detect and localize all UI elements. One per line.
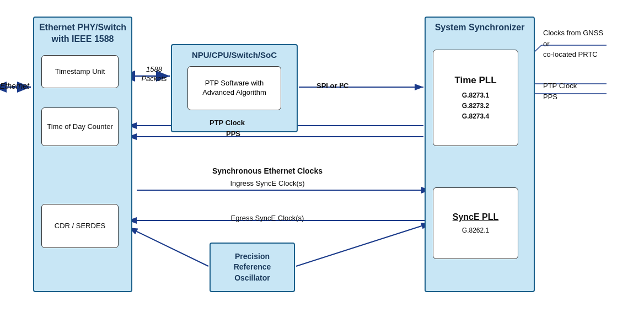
- packets-label: 1588 Packets: [139, 65, 169, 84]
- cdr-box: CDR / SERDES: [41, 204, 119, 248]
- time-pll-box: Time PLL G.8273.1G.8273.2G.8273.4: [433, 50, 518, 146]
- pps-right-label: PPS: [543, 93, 557, 101]
- sync-header: System Synchronizer: [426, 18, 534, 37]
- egress-label: Egress SyncE Clock(s): [168, 214, 367, 222]
- phy-header: Ethernet PHY/Switch with IEEE 1588: [34, 18, 131, 49]
- pro-box: PrecisionReferenceOscillator: [210, 243, 295, 292]
- svg-line-15: [296, 223, 430, 266]
- time-pll-title: Time PLL: [454, 74, 496, 87]
- synce-pll-title: SyncE PLL: [453, 211, 499, 223]
- synce-pll-standard: G.8262.1: [462, 226, 489, 235]
- npu-header: NPU/CPU/Switch/SoC: [172, 45, 297, 64]
- pps-arrow-label: PPS: [226, 130, 240, 138]
- time-pll-standards: G.8273.1G.8273.2G.8273.4: [462, 90, 489, 122]
- ptpclock-right-label: PTP Clock: [543, 82, 577, 90]
- synce-pll-box: SyncE PLL G.8262.1: [433, 187, 518, 259]
- ethernet-label: Ethernet: [0, 82, 29, 90]
- gnss-label: Clocks from GNSS or co-located PRTC: [543, 28, 603, 60]
- spi-label: SPI or I²C: [316, 82, 349, 90]
- pro-label: PrecisionReferenceOscillator: [234, 251, 271, 284]
- ptpclock-arrow-label: PTP Clock: [210, 119, 245, 127]
- tod-box: Time of Day Counter: [41, 107, 119, 146]
- svg-line-16: [137, 232, 208, 266]
- ingress-label: Ingress SyncE Clock(s): [168, 179, 367, 187]
- timestamp-box: Timestamp Unit: [41, 55, 119, 88]
- synce-section-label: Synchronous Ethernet Clocks: [168, 166, 367, 175]
- ptp-software-box: PTP Software with Advanced Algorithm: [187, 66, 281, 110]
